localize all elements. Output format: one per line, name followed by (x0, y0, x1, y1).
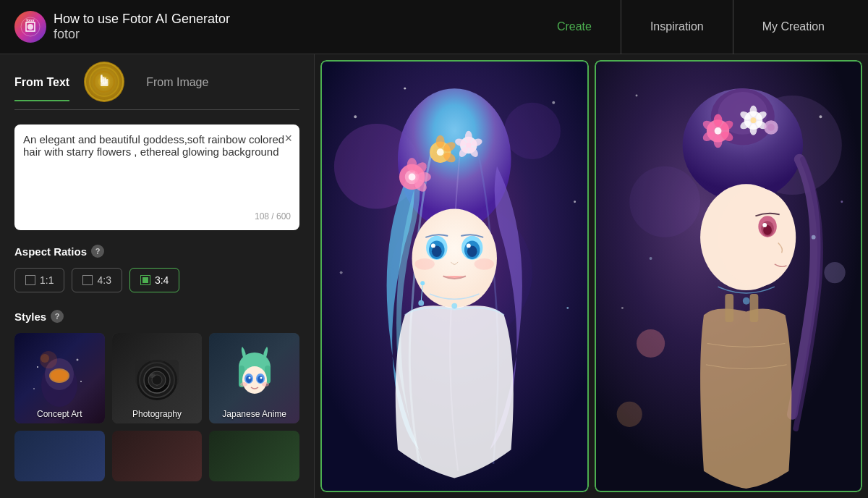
svg-point-123 (767, 124, 775, 131)
anime-svg (222, 345, 287, 410)
svg-point-38 (246, 376, 252, 383)
svg-point-113 (714, 127, 721, 135)
svg-point-68 (409, 174, 416, 181)
svg-text:fotor: fotor (26, 18, 34, 22)
svg-point-53 (566, 307, 569, 309)
svg-rect-31 (150, 354, 164, 363)
svg-point-22 (33, 388, 35, 389)
fotor-logo-icon: fotor (14, 11, 46, 43)
svg-point-79 (465, 131, 472, 143)
style-card-concept-art[interactable]: Concept Art (14, 333, 105, 423)
svg-point-20 (77, 359, 79, 361)
aspect-ratio-help-icon[interactable]: ? (91, 245, 104, 258)
style-card-photography[interactable]: Photography (112, 333, 203, 423)
svg-rect-8 (101, 75, 103, 83)
style-card-japanese-anime[interactable]: Japanese Anime (209, 333, 299, 423)
svg-point-64 (414, 258, 434, 270)
ratio-4-3[interactable]: 4:3 (72, 268, 122, 292)
svg-rect-124 (725, 294, 733, 322)
logo-text-area: How to use Fotor AI Generator fotor (54, 12, 230, 42)
concept-art-svg (27, 345, 92, 410)
style-card-extra-1[interactable] (14, 431, 105, 481)
svg-point-84 (466, 143, 472, 148)
styles-section: Styles ? (14, 310, 299, 481)
svg-point-77 (437, 148, 444, 156)
ratio-1-1[interactable]: 1:1 (14, 268, 64, 292)
svg-point-46 (504, 103, 561, 159)
svg-point-126 (637, 329, 665, 358)
svg-point-88 (451, 303, 457, 309)
prompt-textarea[interactable]: An elegant and beautiful goddess,soft ra… (23, 133, 291, 206)
svg-point-39 (258, 376, 263, 383)
svg-point-130 (649, 257, 652, 260)
tab-from-text[interactable]: From Text (14, 76, 69, 95)
svg-point-129 (811, 235, 815, 240)
concept-art-image: Concept Art (14, 333, 105, 423)
svg-point-49 (404, 88, 406, 90)
cursor-indicator (84, 62, 124, 102)
ratio-4-3-checkbox (82, 275, 93, 285)
svg-point-94 (841, 201, 843, 203)
ratio-3-4-checkbox (140, 275, 150, 285)
svg-point-1 (27, 24, 33, 30)
svg-point-107 (713, 114, 722, 127)
svg-point-110 (713, 135, 722, 148)
svg-point-63 (467, 243, 471, 248)
svg-point-41 (260, 377, 262, 379)
svg-point-48 (354, 115, 357, 118)
styles-bottom-row (14, 431, 299, 481)
ratio-3-4-label: 3:4 (155, 274, 169, 286)
aspect-ratio-label: Aspect Ratios (14, 245, 87, 258)
svg-point-43 (262, 382, 269, 387)
ratio-3-4[interactable]: 3:4 (129, 268, 179, 292)
ratio-4-3-label: 4:3 (97, 274, 111, 286)
styles-section-label: Styles ? (14, 310, 299, 323)
svg-rect-10 (105, 77, 107, 83)
char-count: 108 / 600 (23, 211, 291, 221)
svg-point-18 (41, 354, 49, 363)
prompt-input-container: An elegant and beautiful goddess,soft ra… (14, 124, 299, 230)
svg-point-100 (718, 187, 796, 287)
svg-point-128 (616, 402, 642, 427)
ratio-1-1-checkbox (25, 275, 35, 285)
svg-point-16 (51, 370, 68, 381)
page-title: How to use Fotor AI Generator (54, 12, 230, 27)
svg-point-42 (240, 382, 247, 387)
clear-button[interactable]: × (284, 132, 292, 145)
logo-area: fotor How to use Fotor AI Generator foto… (14, 11, 230, 43)
svg-point-19 (37, 366, 38, 368)
nav-create[interactable]: Create (528, 0, 621, 54)
tab-from-image[interactable]: From Image (146, 76, 208, 95)
goddess-svg-1 (320, 60, 589, 492)
main-content: From Text (0, 54, 868, 498)
style-card-extra-3[interactable] (209, 431, 299, 481)
svg-point-95 (621, 307, 623, 309)
svg-point-51 (574, 201, 576, 203)
styles-help-icon[interactable]: ? (51, 310, 64, 323)
main-nav: Create Inspiration My Creation (528, 0, 854, 54)
style-card-extra-2[interactable] (112, 431, 203, 481)
svg-point-105 (742, 297, 749, 305)
svg-rect-9 (103, 77, 105, 83)
svg-point-115 (749, 106, 757, 117)
nav-inspiration[interactable]: Inspiration (621, 0, 733, 54)
svg-point-118 (749, 124, 757, 135)
japanese-anime-label: Japanese Anime (209, 409, 299, 419)
svg-point-21 (80, 381, 82, 382)
svg-point-52 (340, 271, 343, 274)
anime-image: Japanese Anime (209, 333, 299, 423)
tab-bar: From Text (14, 69, 299, 110)
svg-point-85 (420, 281, 425, 285)
svg-point-92 (635, 94, 637, 96)
svg-point-104 (762, 223, 767, 227)
app-header: fotor How to use Fotor AI Generator foto… (0, 0, 868, 54)
aspect-ratio-group: 1:1 4:3 3:4 (14, 268, 299, 292)
svg-point-62 (431, 243, 435, 248)
svg-point-87 (418, 300, 424, 306)
svg-point-40 (248, 377, 250, 379)
concept-art-label: Concept Art (14, 409, 105, 419)
gallery-panel (315, 54, 868, 498)
nav-my-creation[interactable]: My Creation (733, 0, 854, 54)
gallery-image-2 (595, 60, 863, 492)
svg-point-93 (819, 115, 822, 118)
